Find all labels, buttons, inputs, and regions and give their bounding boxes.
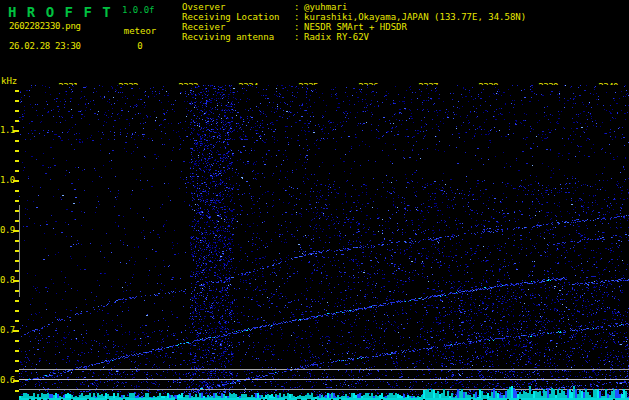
station-row-value: Radix RY-62V (304, 32, 369, 42)
station-row-value: NESDR SMArt + HDSDR (304, 22, 407, 32)
station-row-value: @yuhmari (304, 2, 347, 12)
station-row-value: kurashiki,Okayama,JAPAN (133.77E, 34.58N… (304, 12, 526, 22)
app-version: 1.0.0f (122, 5, 155, 15)
station-row-separator: : (294, 22, 304, 32)
freq-axis-unit-label: kHz (1, 76, 17, 86)
spectrogram-canvas (19, 85, 629, 400)
freq-tick-label: 1.1 (0, 125, 14, 135)
meteor-counter: meteor 0 (116, 27, 164, 51)
station-row: Receiving Location: kurashiki,Okayama,JA… (182, 12, 526, 22)
meteor-counter-label: meteor (116, 27, 164, 36)
station-row-separator: : (294, 2, 304, 12)
station-row: Ovserver: @yuhmari (182, 2, 526, 12)
station-row: Recviving antenna: Radix RY-62V (182, 32, 526, 42)
output-filename: 2602282330.png (9, 21, 81, 31)
freq-tick-label: 0.7 (0, 325, 14, 335)
station-row-label: Ovserver (182, 2, 294, 12)
station-row-separator: : (294, 12, 304, 22)
station-row-label: Receiver (182, 22, 294, 32)
station-row-label: Receiving Location (182, 12, 294, 22)
station-row: Receiver: NESDR SMArt + HDSDR (182, 22, 526, 32)
freq-tick-label: 0.9 (0, 225, 14, 235)
freq-tick-label: 1.0 (0, 175, 14, 185)
observation-datetime: 26.02.28 23:30 (9, 41, 81, 51)
app-title: H R O F F T (8, 4, 112, 20)
freq-tick-label: 0.6 (0, 375, 14, 385)
station-info: Ovserver: @yuhmariReceiving Location: ku… (182, 2, 526, 42)
meteor-counter-value: 0 (116, 42, 164, 51)
station-row-separator: : (294, 32, 304, 42)
freq-tick-label: 0.8 (0, 275, 14, 285)
station-row-label: Recviving antenna (182, 32, 294, 42)
hrofft-screenshot: { "app": { "title": "H R O F F T", "vers… (0, 0, 629, 400)
